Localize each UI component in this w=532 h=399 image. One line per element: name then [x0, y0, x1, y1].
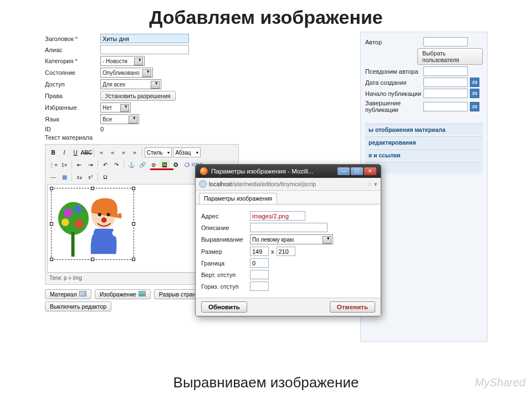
select-kategoria[interactable]: - Новости — [100, 56, 145, 66]
select-style[interactable]: Стиль — [145, 147, 172, 157]
btn-insert-image[interactable]: Изображение — [95, 289, 151, 299]
hr-icon[interactable]: — — [48, 172, 58, 182]
svg-point-11 — [112, 229, 122, 237]
input-psevdonim[interactable] — [423, 66, 468, 76]
superscript-icon[interactable]: x² — [85, 172, 95, 182]
calendar-icon[interactable]: 23 — [470, 78, 479, 87]
dialog-title-text: Параметры изображения - Mozill... — [211, 168, 313, 175]
label-vyrav: Выравнивание — [201, 236, 250, 243]
undo-icon[interactable]: ↶ — [100, 160, 110, 170]
select-sostoyanie[interactable]: Опубликовано — [100, 68, 153, 78]
bullet-list-icon[interactable]: ⋮≡ — [48, 160, 58, 170]
select-dostup[interactable]: Для всех — [100, 79, 161, 89]
input-border[interactable] — [250, 258, 269, 268]
align-center-icon[interactable]: ≡ — [108, 147, 117, 157]
input-zagolovok[interactable] — [100, 34, 189, 43]
watermark: MyShared — [475, 376, 525, 389]
label-id: ID — [45, 126, 100, 132]
maximize-button[interactable]: ☐ — [351, 167, 363, 175]
article-icon — [79, 291, 86, 296]
input-opis[interactable] — [250, 223, 328, 232]
svg-point-9 — [101, 217, 107, 223]
accordion-links[interactable]: я и ссылки — [365, 149, 483, 161]
label-kategoria: Категория * — [45, 58, 100, 64]
table-icon[interactable]: ▦ — [59, 172, 69, 182]
svg-point-3 — [62, 218, 69, 226]
align-right-icon[interactable]: ≡ — [119, 147, 129, 157]
chevron-down-icon[interactable]: ▾ — [374, 181, 377, 187]
calendar-icon[interactable]: 23 — [470, 102, 479, 111]
select-yazyk[interactable]: Все — [100, 114, 139, 124]
input-width[interactable] — [250, 247, 269, 256]
select-paragraph[interactable]: Абзац — [173, 147, 200, 157]
input-hspace[interactable] — [250, 282, 269, 291]
label-nachalo: Начало публикации — [365, 90, 423, 97]
bold-icon[interactable]: B — [48, 147, 58, 157]
minimize-button[interactable]: — — [337, 167, 350, 175]
dialog-footer: Обновить Отменить — [196, 298, 381, 316]
indent-icon[interactable]: ⇥ — [85, 160, 95, 170]
italic-icon[interactable]: I — [59, 147, 69, 157]
btn-toggle-editor[interactable]: Выключить редактор — [45, 301, 111, 311]
btn-cancel[interactable]: Отменить — [330, 301, 375, 313]
label-hspace: Гориз. отступ — [201, 283, 250, 290]
input-vspace[interactable] — [250, 270, 269, 279]
redo-icon[interactable]: ↷ — [111, 160, 121, 170]
label-granica: Граница — [201, 260, 250, 267]
label-izbrannye: Избранные — [45, 104, 100, 111]
star-icon[interactable]: ☆ — [366, 181, 372, 187]
link-icon[interactable]: 🔗 — [137, 160, 147, 170]
image-properties-dialog: Параметры изображения - Mozill... — ☐ ✕ … — [195, 164, 381, 316]
label-opis: Описание — [201, 224, 250, 231]
charmap-icon[interactable]: Ω — [100, 172, 110, 182]
svg-point-1 — [64, 208, 73, 217]
close-button[interactable]: ✕ — [364, 167, 376, 175]
calendar-icon[interactable]: 23 — [470, 89, 479, 98]
url-text[interactable]: localhost/site/media/editors/tinymce/jsc… — [209, 181, 364, 187]
label-yazyk: Язык — [45, 116, 100, 122]
svg-point-4 — [75, 219, 84, 228]
selected-image[interactable] — [51, 188, 134, 260]
btn-material[interactable]: Материал — [45, 289, 91, 299]
accordion-other[interactable]: е — [365, 162, 483, 173]
svg-point-7 — [98, 213, 101, 216]
label-psevdonim: Псевдоним автора — [365, 68, 423, 75]
dialog-body: Адрес Описание ВыравниваниеПо левому кра… — [196, 204, 381, 298]
number-list-icon[interactable]: 1≡ — [59, 160, 69, 170]
svg-point-0 — [58, 202, 89, 235]
btn-set-perms[interactable]: Установить разрешения — [100, 91, 176, 101]
select-vyrav[interactable]: По левому краю — [250, 234, 333, 244]
input-nachalo[interactable] — [423, 89, 468, 98]
outdent-icon[interactable]: ⇤ — [74, 160, 84, 170]
input-data-sozd[interactable] — [423, 78, 468, 87]
accordion-edit[interactable]: редактирования — [365, 136, 483, 148]
label-razmer: Размер — [201, 248, 250, 255]
underline-icon[interactable]: U — [70, 147, 80, 157]
label-zaversh: Завершение публикации — [365, 100, 423, 113]
select-izbrannye[interactable]: Нет — [100, 103, 131, 112]
help-icon[interactable]: ❍ — [182, 160, 192, 170]
align-left-icon[interactable]: ≡ — [96, 147, 106, 157]
input-alias[interactable] — [100, 45, 189, 54]
input-height[interactable] — [277, 247, 295, 256]
slide-caption: Выравниваем изображение — [0, 370, 532, 396]
tab-image-params[interactable]: Параметры изображения — [199, 193, 277, 204]
svg-rect-5 — [71, 232, 75, 257]
btn-update[interactable]: Обновить — [201, 301, 247, 313]
svg-point-8 — [107, 213, 110, 216]
slide-title: Добавляем изображение — [0, 0, 532, 32]
input-adres[interactable] — [250, 211, 305, 221]
editor-toolbar-1: B I U ABC ≡ ≡ ≡ ≡ Стиль Абзац — [47, 146, 237, 158]
subscript-icon[interactable]: x₂ — [74, 172, 84, 182]
dialog-titlebar[interactable]: Параметры изображения - Mozill... — ☐ ✕ — [196, 165, 381, 178]
label-dostup: Доступ — [45, 81, 100, 88]
btn-pick-user[interactable]: Выбрать пользователя — [417, 48, 483, 65]
input-zaversh[interactable] — [423, 102, 468, 111]
accordion-display[interactable]: ы отображения материала — [365, 124, 483, 135]
strike-icon[interactable]: ABC — [81, 147, 91, 157]
anchor-icon[interactable]: ⚓ — [126, 160, 136, 170]
input-avtor[interactable] — [423, 37, 468, 47]
svg-point-10 — [84, 229, 94, 237]
value-id: 0 — [100, 126, 104, 132]
align-justify-icon[interactable]: ≡ — [130, 147, 140, 157]
